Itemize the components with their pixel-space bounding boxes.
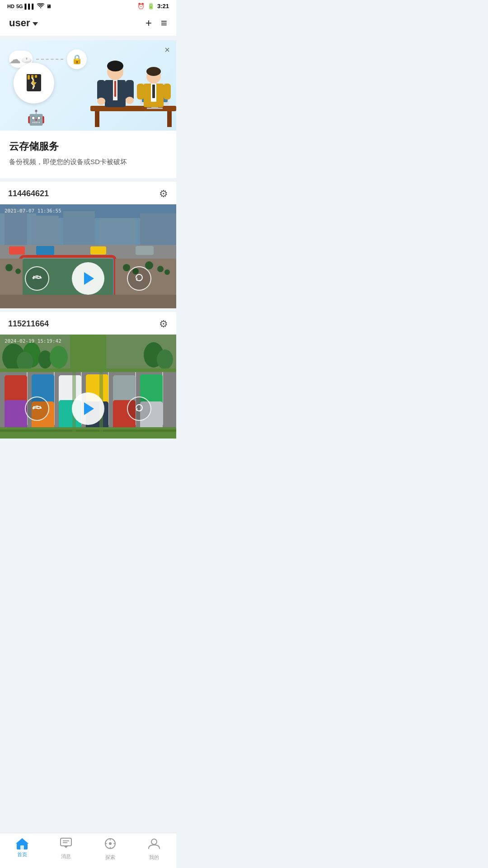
eye-closed-icon xyxy=(32,273,42,283)
svg-point-29 xyxy=(97,98,105,105)
robot-icon: 🤖 xyxy=(27,109,45,126)
svg-rect-37 xyxy=(164,84,171,99)
svg-rect-97 xyxy=(70,335,106,371)
video-feed-1: 2021-07-07 11:36:55 xyxy=(0,204,176,308)
play-button-1[interactable] xyxy=(72,262,104,295)
user-selector[interactable]: user xyxy=(9,17,38,29)
sd-card-bubble xyxy=(14,63,54,104)
desk-illustration xyxy=(72,47,176,131)
video-controls-2 xyxy=(0,383,176,439)
camera-header-2: 115211664 ⚙ xyxy=(0,312,176,335)
svg-point-32 xyxy=(146,67,161,76)
add-button[interactable]: + xyxy=(145,17,152,29)
svg-rect-45 xyxy=(140,213,176,245)
username-label: user xyxy=(9,17,30,29)
clock-display: 3:21 xyxy=(157,3,169,9)
status-5g: 5G xyxy=(16,4,23,9)
eye-closed-icon-2 xyxy=(32,403,42,414)
svg-rect-26 xyxy=(114,81,116,97)
promo-banner: × 🔒 xyxy=(0,40,176,131)
camera-header-1: 114464621 ⚙ xyxy=(0,182,176,204)
status-right: ⏰ 🔋 3:21 xyxy=(137,3,169,9)
close-button[interactable]: × xyxy=(164,45,170,55)
svg-rect-36 xyxy=(137,84,144,99)
eye-toggle-2[interactable] xyxy=(25,396,49,421)
svg-rect-17 xyxy=(147,108,163,109)
header-actions: + ≡ xyxy=(145,17,167,29)
replay-button-2[interactable] xyxy=(127,396,151,421)
svg-point-30 xyxy=(126,97,134,104)
svg-point-76 xyxy=(157,349,173,369)
status-hd: HD xyxy=(7,4,14,9)
svg-rect-12 xyxy=(95,111,99,127)
connection-line xyxy=(36,59,63,60)
svg-rect-35 xyxy=(152,85,155,98)
battery-icon: 🔋 xyxy=(147,3,155,9)
camera-id-1: 114464621 xyxy=(8,189,49,198)
play-icon xyxy=(84,272,94,285)
wifi-icon xyxy=(37,3,44,9)
menu-button[interactable]: ≡ xyxy=(161,17,167,29)
chevron-down-icon xyxy=(33,22,38,26)
svg-rect-11 xyxy=(90,106,176,111)
play-icon-2 xyxy=(84,402,94,415)
screen-icon: 🖥 xyxy=(46,4,51,9)
svg-rect-44 xyxy=(99,218,136,245)
camera-card-1: 114464621 ⚙ 2021-07-07 11:36:55 xyxy=(0,182,176,308)
eye-toggle-1[interactable] xyxy=(25,266,49,291)
timestamp-1: 2021-07-07 11:36:55 xyxy=(5,208,61,214)
replay-button-1[interactable] xyxy=(127,266,151,291)
header: user + ≡ xyxy=(0,12,176,36)
cloud-card-description: 备份视频，即使您的设备或SD卡被破坏 xyxy=(9,157,167,167)
replay-icon xyxy=(134,273,144,284)
status-bar: HD 5G ▌▌▌ 🖥 ⏰ 🔋 3:21 xyxy=(0,0,176,12)
timestamp-2: 2024-02-19 15:19:42 xyxy=(5,338,61,344)
play-button-2[interactable] xyxy=(72,392,104,425)
svg-rect-10 xyxy=(35,75,37,78)
camera-list: 114464621 ⚙ 2021-07-07 11:36:55 xyxy=(0,182,176,439)
video-controls-1 xyxy=(0,253,176,308)
svg-rect-42 xyxy=(32,216,59,245)
camera-settings-1[interactable]: ⚙ xyxy=(159,188,168,200)
svg-rect-8 xyxy=(28,75,30,80)
svg-rect-13 xyxy=(167,111,172,127)
video-feed-2: 2024-02-19 15:19:42 xyxy=(0,335,176,439)
svg-point-23 xyxy=(107,61,123,71)
camera-settings-2[interactable]: ⚙ xyxy=(159,318,168,330)
svg-rect-27 xyxy=(97,80,105,100)
status-left: HD 5G ▌▌▌ 🖥 xyxy=(7,3,51,9)
svg-point-74 xyxy=(50,346,68,368)
alarm-icon: ⏰ xyxy=(137,3,145,9)
svg-rect-43 xyxy=(63,211,95,245)
camera-id-2: 115211664 xyxy=(8,319,49,329)
svg-rect-41 xyxy=(5,209,27,245)
cloud-storage-card: 云存储服务 备份视频，即使您的设备或SD卡被破坏 xyxy=(0,131,176,178)
signal-icon: ▌▌▌ xyxy=(25,4,35,9)
replay-icon-2 xyxy=(134,403,144,415)
cloud-card-title: 云存储服务 xyxy=(9,140,167,153)
camera-card-2: 115211664 ⚙ 2024-02-19 15:19:42 xyxy=(0,312,176,439)
